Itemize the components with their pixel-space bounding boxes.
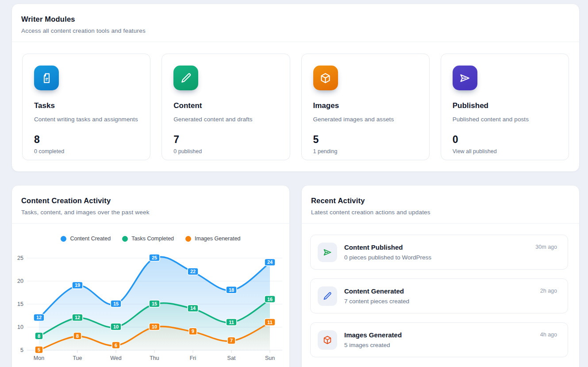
content-activity-header: Content Creation Activity Tasks, content… — [12, 185, 289, 216]
svg-text:10: 10 — [113, 324, 119, 329]
pencil-icon — [173, 66, 198, 90]
card-count: 7 — [173, 134, 278, 146]
send-icon — [318, 243, 337, 262]
recent-activity-panel: Recent Activity Latest content creation … — [301, 185, 580, 367]
content-activity-panel: Content Creation Activity Tasks, content… — [12, 185, 290, 367]
legend-item-tasks-completed[interactable]: Tasks Completed — [122, 236, 174, 242]
legend-dot — [122, 236, 128, 242]
card-count: 8 — [34, 134, 138, 146]
svg-text:11: 11 — [267, 320, 273, 325]
svg-text:9: 9 — [192, 328, 194, 334]
svg-text:Thu: Thu — [150, 355, 159, 361]
activity-text: Content Published 0 pieces published to … — [344, 243, 535, 261]
content-activity-chart: 510152025MonTueWedThuFriSatSun1219152522… — [12, 248, 290, 367]
card-description: Generated images and assets — [313, 116, 418, 124]
svg-text:10: 10 — [152, 324, 157, 329]
card-count: 0 — [453, 134, 557, 146]
chart-panel-title: Content Creation Activity — [21, 197, 280, 205]
svg-text:Tue: Tue — [73, 355, 82, 361]
activity-item-content-published: Content Published 0 pieces published to … — [310, 235, 568, 270]
page-title: Writer Modules — [21, 15, 569, 23]
activity-item-content-generated: Content Generated 7 content pieces creat… — [310, 278, 568, 313]
card-footnote: 0 published — [173, 148, 278, 155]
card-title: Images — [313, 101, 418, 110]
svg-text:8: 8 — [38, 333, 40, 339]
svg-text:15: 15 — [113, 301, 119, 306]
writer-modules-panel: Writer Modules Access all content creati… — [12, 4, 580, 172]
card-description: Content writing tasks and assignments — [34, 116, 138, 124]
page-subtitle: Access all content creation tools and fe… — [21, 27, 569, 34]
card-title: Published — [453, 101, 557, 110]
svg-text:16: 16 — [267, 297, 273, 302]
svg-text:12: 12 — [36, 315, 42, 320]
cube-icon — [318, 330, 337, 350]
card-title: Content — [173, 101, 278, 110]
legend-dot — [61, 236, 66, 242]
legend-dot — [185, 236, 191, 242]
svg-text:14: 14 — [190, 305, 196, 311]
activity-text: Images Generated 5 images created — [344, 331, 540, 348]
legend-label: Images Generated — [195, 236, 241, 242]
activity-description: 5 images created — [344, 342, 540, 348]
svg-text:15: 15 — [152, 301, 157, 306]
svg-text:5: 5 — [20, 347, 23, 353]
svg-text:Sun: Sun — [265, 355, 275, 361]
activity-timestamp: 2h ago — [540, 288, 557, 294]
svg-text:5: 5 — [38, 347, 40, 352]
chart-panel-subtitle: Tasks, content, and images over the past… — [21, 209, 280, 216]
module-card-published[interactable]: Published Published content and posts 0 … — [441, 54, 569, 160]
pencil-icon — [318, 286, 337, 306]
activity-title: Content Generated — [344, 287, 540, 295]
activity-text: Content Generated 7 content pieces creat… — [344, 287, 540, 305]
svg-text:12: 12 — [75, 315, 80, 320]
chart-legend: Content Created Tasks Completed Images G… — [12, 236, 289, 242]
card-count: 5 — [313, 134, 418, 146]
legend-label: Tasks Completed — [131, 236, 174, 242]
document-icon — [34, 66, 59, 90]
card-description: Generated content and drafts — [173, 116, 278, 124]
activity-title: Images Generated — [344, 331, 540, 339]
svg-text:Sat: Sat — [227, 355, 236, 361]
svg-text:7: 7 — [230, 338, 233, 343]
activity-panel-title: Recent Activity — [311, 197, 569, 205]
card-description: Published content and posts — [453, 116, 557, 124]
svg-text:18: 18 — [229, 287, 234, 293]
svg-text:25: 25 — [152, 255, 157, 260]
activity-description: 7 content pieces created — [344, 298, 540, 305]
activity-panel-subtitle: Latest content creation actions and upda… — [311, 209, 569, 216]
svg-text:Mon: Mon — [34, 355, 44, 361]
svg-text:11: 11 — [229, 320, 234, 325]
writer-modules-header: Writer Modules Access all content creati… — [12, 4, 579, 34]
svg-text:25: 25 — [17, 255, 23, 261]
svg-text:15: 15 — [17, 301, 23, 307]
svg-text:20: 20 — [17, 278, 23, 284]
legend-item-content-created[interactable]: Content Created — [61, 236, 111, 242]
module-card-images[interactable]: Images Generated images and assets 5 1 p… — [301, 54, 430, 160]
legend-label: Content Created — [70, 236, 111, 242]
send-icon — [453, 66, 477, 90]
module-card-tasks[interactable]: Tasks Content writing tasks and assignme… — [22, 54, 150, 160]
card-footnote: 1 pending — [313, 148, 418, 155]
activity-description: 0 pieces published to WordPress — [344, 254, 535, 261]
svg-text:8: 8 — [76, 333, 79, 339]
recent-activity-header: Recent Activity Latest content creation … — [302, 185, 579, 216]
svg-text:22: 22 — [190, 269, 196, 274]
card-title: Tasks — [34, 101, 138, 110]
activity-title: Content Published — [344, 243, 535, 251]
svg-text:Wed: Wed — [110, 355, 122, 361]
module-card-content[interactable]: Content Generated content and drafts 7 0… — [161, 54, 290, 160]
svg-text:19: 19 — [75, 282, 80, 288]
legend-item-images-generated[interactable]: Images Generated — [185, 236, 241, 242]
svg-text:24: 24 — [267, 259, 273, 265]
svg-text:6: 6 — [115, 343, 117, 348]
card-footnote: 0 completed — [34, 148, 138, 155]
activity-timestamp: 4h ago — [540, 332, 557, 338]
activity-list: Content Published 0 pieces published to … — [302, 224, 579, 357]
svg-text:10: 10 — [17, 324, 23, 330]
activity-timestamp: 30m ago — [535, 244, 557, 250]
svg-text:Fri: Fri — [190, 355, 196, 361]
card-footnote: View all published — [453, 148, 557, 155]
module-cards-row: Tasks Content writing tasks and assignme… — [12, 42, 579, 160]
cube-icon — [313, 66, 338, 90]
activity-item-images-generated: Images Generated 5 images created 4h ago — [310, 322, 568, 357]
